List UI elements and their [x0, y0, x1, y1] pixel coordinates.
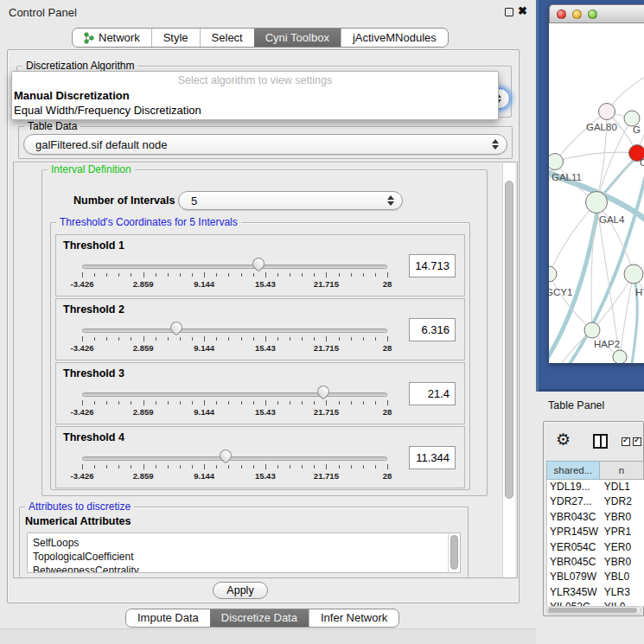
threshold-2-panel: Threshold 2 -3.4262.8599.14415.4321.7152…: [55, 298, 465, 360]
table-row[interactable]: YBL079WYBL0: [547, 570, 644, 584]
table-row[interactable]: YLR345WYLR3: [547, 585, 644, 600]
network-node-label: HAP2: [594, 339, 620, 349]
table-row[interactable]: YPR145WYPR1: [547, 525, 644, 539]
tab-discretize-data[interactable]: Discretize Data: [210, 609, 309, 627]
network-window-titlebar[interactable]: [549, 4, 644, 23]
list-item[interactable]: SelfLoops: [28, 533, 460, 550]
threshold-1-value-field[interactable]: 14.713: [409, 254, 456, 277]
close-icon[interactable]: ✖: [518, 4, 527, 17]
table-row[interactable]: YDL19...YDL1: [547, 480, 644, 494]
attributes-group: Attributes to discretize Numerical Attri…: [19, 507, 469, 577]
threshold-4-panel: Threshold 4 -3.4262.8599.14415.4321.7152…: [55, 426, 465, 488]
table-row[interactable]: YBR043CYBR0: [547, 510, 644, 525]
list-item[interactable]: BetweennessCentrality: [28, 564, 460, 573]
panel-title: Control Panel: [9, 6, 77, 19]
table-data-group: Table Data galFiltered.sif default node: [18, 126, 513, 159]
mac-minimize-icon[interactable]: [572, 10, 582, 19]
network-view-window[interactable]: GAL80GCGAL11GAL4GCY1HHAP2: [549, 4, 644, 363]
network-canvas[interactable]: GAL80GCGAL11GAL4GCY1HHAP2: [549, 23, 644, 363]
algorithm-option-equal-width[interactable]: Equal Width/Frequency Discretization: [14, 104, 201, 117]
slider-ticks: [82, 336, 387, 342]
threshold-4-slider-handle[interactable]: [217, 447, 234, 464]
scrollbar-thumb[interactable]: [548, 608, 637, 613]
table-row[interactable]: YBR045CYBR0: [547, 555, 644, 570]
algorithm-option-manual[interactable]: Manual Discretization: [14, 89, 130, 102]
tab-impute-data[interactable]: Impute Data: [126, 609, 210, 627]
network-node[interactable]: [549, 154, 564, 170]
checkbox-icon[interactable]: [633, 437, 641, 446]
network-node[interactable]: [549, 266, 557, 282]
attributes-group-title: Attributes to discretize: [25, 501, 134, 513]
gear-icon[interactable]: ⚙: [556, 431, 571, 448]
threshold-2-label: Threshold 2: [63, 303, 124, 316]
network-node[interactable]: [586, 192, 608, 214]
columns-icon[interactable]: [593, 434, 608, 449]
slider-tick-labels: -3.4262.8599.14415.4321.71528: [82, 471, 387, 481]
threshold-2-slider-track[interactable]: [82, 328, 387, 333]
column-header-name[interactable]: n: [600, 461, 644, 480]
slider-tick-labels: -3.4262.8599.14415.4321.71528: [82, 407, 387, 418]
tab-cyni-toolbox[interactable]: Cyni Toolbox: [254, 29, 341, 47]
float-window-icon[interactable]: [505, 8, 513, 16]
mac-close-icon[interactable]: [557, 10, 566, 19]
threshold-1-slider-handle[interactable]: [250, 255, 267, 272]
threshold-2-slider-handle[interactable]: [169, 319, 186, 336]
threshold-3-value-field[interactable]: 21.4: [409, 382, 456, 405]
network-node[interactable]: [613, 350, 627, 363]
slider-ticks: [82, 272, 387, 278]
threshold-1-panel: Threshold 1 -3.4262.8599.14415.4321.7152…: [55, 234, 465, 296]
number-of-intervals-value: 5: [191, 192, 197, 210]
settings-scrollpane: Interval Definition Number of Intervals …: [13, 162, 518, 578]
threshold-3-slider-handle[interactable]: [315, 383, 332, 400]
network-node[interactable]: [584, 322, 600, 338]
scrollbar-thumb[interactable]: [505, 181, 513, 499]
table-data-value: galFiltered.sif default node: [35, 135, 167, 155]
slider-tick-labels: -3.4262.8599.14415.4321.71528: [82, 279, 387, 290]
numerical-attributes-list: SelfLoops TopologicalCoefficient Between…: [27, 532, 461, 573]
tab-network[interactable]: Network: [73, 29, 151, 47]
number-of-intervals-combobox[interactable]: 5: [178, 191, 403, 210]
combo-arrows-icon: [387, 195, 394, 206]
threshold-4-label: Threshold 4: [63, 431, 124, 443]
threshold-4-value-field[interactable]: 11.344: [409, 446, 456, 469]
network-graph[interactable]: GAL80GCGAL11GAL4GCY1HHAP2: [549, 23, 644, 363]
table-row[interactable]: YIL052CYIL0: [547, 600, 644, 606]
settings-vertical-scrollbar[interactable]: [502, 163, 515, 577]
list-vertical-scrollbar[interactable]: [448, 533, 460, 572]
network-node[interactable]: [599, 104, 615, 120]
interval-definition-title: Interval Definition: [48, 163, 135, 176]
network-node[interactable]: [624, 265, 643, 284]
algorithm-popup-hint: Select algorithm to view settings: [12, 74, 498, 86]
thresholds-group-title: Threshold's Coordinates for 5 Intervals: [56, 216, 241, 229]
slider-ticks: [82, 400, 387, 406]
table-data-combobox[interactable]: galFiltered.sif default node: [23, 134, 507, 155]
thresholds-group: Threshold's Coordinates for 5 Intervals …: [50, 222, 470, 490]
threshold-3-label: Threshold 3: [63, 367, 124, 379]
threshold-1-label: Threshold 1: [63, 239, 124, 252]
control-panel-tabs: Network Style Select Cyni Toolbox jActiv…: [72, 28, 449, 48]
tab-select[interactable]: Select: [200, 29, 254, 47]
table-data-title: Table Data: [24, 120, 80, 133]
mac-zoom-icon[interactable]: [588, 10, 597, 19]
tab-infer-network[interactable]: Infer Network: [309, 609, 399, 627]
threshold-4-slider-track[interactable]: [82, 456, 387, 461]
column-header-shared-name[interactable]: shared...: [546, 461, 600, 480]
network-node-label: H: [635, 287, 642, 297]
scrollbar-thumb[interactable]: [450, 535, 458, 570]
tab-jactivemnodules[interactable]: jActiveMNodules: [341, 29, 448, 47]
table-horizontal-scrollbar[interactable]: [546, 606, 641, 615]
network-node-label: G: [633, 124, 641, 135]
threshold-3-panel: Threshold 3 -3.4262.8599.14415.4321.7152…: [55, 362, 465, 424]
list-item[interactable]: TopologicalCoefficient: [28, 550, 460, 564]
table-body: YDL19...YDL1 YDR27...YDR2 YBR043CYBR0 YP…: [546, 480, 644, 606]
checkbox-icon[interactable]: [622, 437, 630, 446]
slider-tick-labels: -3.4262.8599.14415.4321.71528: [82, 343, 387, 354]
table-row[interactable]: YDR27...YDR2: [547, 494, 644, 509]
tab-style[interactable]: Style: [151, 29, 200, 47]
threshold-2-value-field[interactable]: 6.316: [409, 318, 456, 341]
table-row[interactable]: YER054CYER0: [547, 540, 644, 555]
algorithm-dropdown-popup: Select algorithm to view settings Manual…: [11, 71, 499, 120]
threshold-3-slider-track[interactable]: [82, 392, 387, 397]
threshold-1-slider-track[interactable]: [82, 265, 387, 269]
apply-button[interactable]: Apply: [213, 582, 268, 599]
